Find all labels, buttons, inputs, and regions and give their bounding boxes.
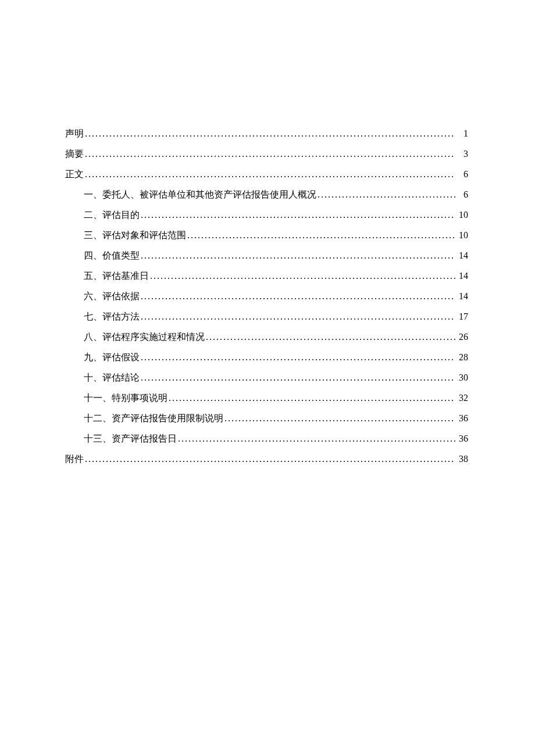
- toc-page: 1: [456, 128, 468, 139]
- toc-label: 正文: [65, 169, 84, 181]
- toc-dots: [178, 433, 455, 444]
- toc-dots: [85, 149, 455, 159]
- toc-entry: 十二、资产评估报告使用限制说明 36: [65, 413, 468, 425]
- toc-entry: 十、评估结论 30: [65, 372, 468, 384]
- toc-label: 十二、资产评估报告使用限制说明: [84, 413, 223, 425]
- toc-page: 36: [456, 413, 468, 424]
- toc-dots: [318, 189, 455, 200]
- toc-entry: 正文 6: [65, 169, 468, 181]
- toc-entry: 五、评估基准日 14: [65, 270, 468, 282]
- toc-label: 摘要: [65, 148, 84, 160]
- toc-dots: [141, 372, 455, 383]
- toc-dots: [141, 352, 455, 363]
- toc-page: 10: [456, 210, 468, 220]
- toc-label: 十一、特别事项说明: [84, 392, 167, 404]
- toc-label: 十三、资产评估报告日: [84, 433, 177, 445]
- toc-label: 一、委托人、被评估单位和其他资产评估报告使用人概况: [84, 189, 316, 201]
- toc-entry: 七、评估方法 17: [65, 311, 468, 323]
- toc-page: 26: [456, 332, 468, 342]
- toc-dots: [206, 332, 455, 342]
- toc-dots: [141, 291, 455, 302]
- toc-entry: 十一、特别事项说明 32: [65, 392, 468, 404]
- toc-entry: 二、评估目的 10: [65, 209, 468, 221]
- toc-label: 九、评估假设: [84, 352, 140, 364]
- toc-label: 四、价值类型: [84, 250, 140, 262]
- toc-label: 二、评估目的: [84, 209, 140, 221]
- toc-entry: 八、评估程序实施过程和情况 26: [65, 331, 468, 343]
- toc-dots: [85, 128, 455, 139]
- toc-page: 17: [456, 311, 468, 322]
- toc-label: 八、评估程序实施过程和情况: [84, 331, 205, 343]
- toc-page: 6: [456, 189, 468, 200]
- toc-entry: 摘要 3: [65, 148, 468, 160]
- toc-label: 声明: [65, 128, 84, 140]
- toc-page: 14: [456, 271, 468, 281]
- toc-page: 6: [456, 169, 468, 180]
- toc-entry: 附件 38: [65, 453, 468, 465]
- toc-entry: 九、评估假设 28: [65, 352, 468, 364]
- toc-entry: 四、价值类型 14: [65, 250, 468, 262]
- toc-label: 五、评估基准日: [84, 270, 149, 282]
- toc-label: 附件: [65, 453, 84, 465]
- toc-page: 3: [456, 149, 468, 159]
- toc-page: 14: [456, 250, 468, 261]
- toc-dots: [141, 250, 455, 261]
- toc-entry: 十三、资产评估报告日 36: [65, 433, 468, 445]
- toc-page: 32: [456, 393, 468, 403]
- toc-page: 28: [456, 352, 468, 363]
- toc-entry: 一、委托人、被评估单位和其他资产评估报告使用人概况 6: [65, 189, 468, 201]
- toc-entry: 六、评估依据 14: [65, 291, 468, 303]
- toc-dots: [85, 169, 455, 180]
- toc-entry: 声明 1: [65, 128, 468, 140]
- toc-page: 10: [456, 230, 468, 241]
- toc-dots: [141, 311, 455, 322]
- toc-page: 14: [456, 291, 468, 302]
- toc-dots: [224, 413, 455, 424]
- table-of-contents: 声明 1 摘要 3 正文 6 一、委托人、被评估单位和其他资产评估报告使用人概况…: [65, 128, 468, 465]
- toc-label: 十、评估结论: [84, 372, 140, 384]
- toc-dots: [187, 230, 455, 241]
- toc-entry: 三、评估对象和评估范围 10: [65, 230, 468, 242]
- toc-dots: [169, 393, 455, 403]
- toc-label: 六、评估依据: [84, 291, 140, 303]
- toc-page: 38: [456, 454, 468, 464]
- toc-dots: [141, 210, 455, 220]
- toc-label: 七、评估方法: [84, 311, 140, 323]
- toc-label: 三、评估对象和评估范围: [84, 230, 186, 242]
- toc-dots: [150, 271, 455, 281]
- toc-page: 30: [456, 372, 468, 383]
- toc-page: 36: [456, 433, 468, 444]
- toc-dots: [85, 454, 455, 464]
